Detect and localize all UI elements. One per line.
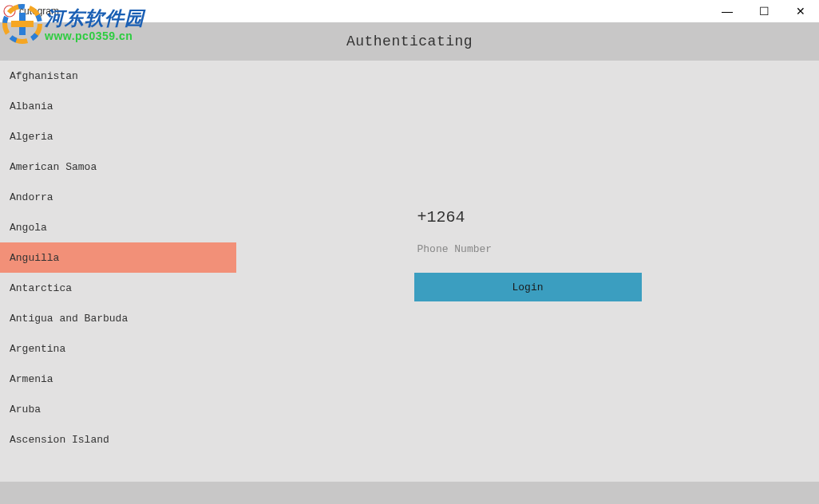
titlebar: cutegram — ☐ ✕: [0, 0, 819, 22]
maximize-button[interactable]: ☐: [746, 0, 782, 22]
country-item[interactable]: Argentina: [0, 333, 236, 364]
country-name: Anguilla: [10, 252, 59, 264]
header-bar: Authenticating: [0, 22, 819, 61]
country-name: Antarctica: [10, 282, 72, 294]
close-button[interactable]: ✕: [782, 0, 819, 22]
country-item[interactable]: Armenia: [0, 364, 236, 394]
login-button[interactable]: Login: [414, 273, 642, 301]
footer-bar: [0, 482, 819, 504]
svg-point-1: [9, 10, 11, 13]
country-name: Aruba: [10, 404, 41, 415]
login-form: +1264 Login: [414, 208, 642, 482]
country-item[interactable]: Aruba: [0, 394, 236, 424]
window-title: cutegram: [19, 6, 59, 17]
country-name: Albania: [10, 100, 53, 112]
country-item[interactable]: Algeria: [0, 121, 236, 152]
country-list[interactable]: AfghanistanAlbaniaAlgeriaAmerican SamoaA…: [0, 61, 236, 482]
country-item[interactable]: Afghanistan: [0, 61, 236, 91]
content: AfghanistanAlbaniaAlgeriaAmerican SamoaA…: [0, 61, 819, 482]
country-item[interactable]: Andorra: [0, 182, 236, 212]
country-item[interactable]: Antarctica: [0, 273, 236, 303]
window-controls: — ☐ ✕: [709, 0, 819, 22]
country-item[interactable]: Ascension Island: [0, 424, 236, 455]
phone-input[interactable]: [414, 236, 642, 262]
country-item[interactable]: Angola: [0, 212, 236, 242]
app-icon: [3, 5, 16, 18]
country-name: Argentina: [10, 343, 65, 355]
dial-code: +1264: [414, 208, 642, 233]
page-title: Authenticating: [346, 33, 473, 49]
country-name: Angola: [10, 222, 47, 234]
country-name: American Samoa: [10, 161, 97, 173]
country-name: Antigua and Barbuda: [10, 313, 128, 325]
country-name: Ascension Island: [10, 434, 109, 446]
country-item[interactable]: Anguilla: [0, 242, 236, 273]
country-item[interactable]: American Samoa: [0, 152, 236, 182]
country-name: Armenia: [10, 373, 53, 385]
country-name: Afghanistan: [10, 70, 78, 82]
main-panel: +1264 Login: [236, 61, 819, 482]
country-item[interactable]: Albania: [0, 91, 236, 121]
country-item[interactable]: Antigua and Barbuda: [0, 303, 236, 333]
country-name: Algeria: [10, 131, 53, 143]
minimize-button[interactable]: —: [709, 0, 746, 22]
country-name: Andorra: [10, 191, 53, 203]
